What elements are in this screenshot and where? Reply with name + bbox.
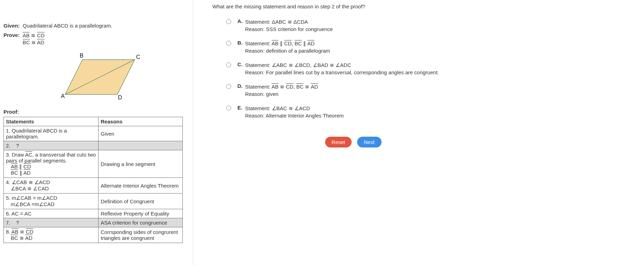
choice-reason: Reason: given (245, 90, 318, 98)
prove-label: Prove: (3, 32, 23, 46)
given-prove-block: Given: Quadrilateral ABCD is a parallelo… (3, 23, 189, 46)
reset-button[interactable]: Reset (325, 137, 351, 147)
choice-d[interactable]: D. Statement: AB ≅ CD, BC ≅ AD Reason: g… (226, 83, 634, 98)
right-panel: What are the missing statement and reaso… (193, 0, 644, 265)
col-reasons: Reasons (99, 117, 183, 126)
table-row: 3. Draw AC, a transversal that cuts two … (4, 150, 183, 178)
reason-3: Drawing a line segment (99, 150, 183, 178)
stmt-4: 4. ∠CAB ≅ ∠ACD ∠BCA ≅ ∠CAD (4, 178, 99, 194)
choice-reason: Reason: Alternate Interior Angles Theore… (245, 112, 344, 119)
question-text: What are the missing statement and reaso… (212, 3, 634, 9)
reason-5: Definition of Congruent (99, 194, 183, 209)
choice-body: Statement: AB ∥ CD, BC ∥ AD Reason: defi… (245, 40, 330, 54)
choice-body: Statement: ΔABC ≅ ΔCDA Reason: SSS crite… (245, 18, 333, 33)
choice-statement: Statement: ∠ABC ≅ ∠BCD, ∠BAD ≅ ∠ADC (245, 61, 439, 69)
left-panel: Given: Quadrilateral ABCD is a parallelo… (0, 0, 193, 265)
proof-heading: Proof: (3, 109, 189, 115)
table-row: 7. ? ASA criterion for congruence (4, 218, 183, 227)
reason-7: ASA criterion for congruence (99, 218, 183, 227)
choice-statement: Statement: AB ≅ CD, BC ≅ AD (245, 83, 318, 90)
stmt-1: 1. Quadrilateral ABCD is a parallelogram… (4, 126, 99, 141)
choice-statement: Statement: ∠BAC ≅ ∠ACD (245, 105, 344, 112)
vertex-b-label: B (80, 53, 84, 59)
col-statements: Statements (4, 117, 99, 126)
choice-letter: A. (237, 18, 245, 24)
parallelogram-svg: A B C D (51, 53, 142, 101)
stmt-7: 7. ? (4, 218, 99, 227)
given-text: Quadrilateral ABCD is a parallelogram. (23, 23, 112, 29)
choice-letter: B. (237, 40, 245, 46)
segment-cd: CD (37, 32, 45, 38)
segment-bc: BC (23, 39, 30, 45)
answer-choices: A. Statement: ΔABC ≅ ΔCDA Reason: SSS cr… (226, 18, 634, 119)
stmt-3: 3. Draw AC, a transversal that cuts two … (4, 150, 99, 178)
table-row: 4. ∠CAB ≅ ∠ACD ∠BCA ≅ ∠CAD Alternate Int… (4, 178, 183, 194)
choice-letter: D. (237, 83, 245, 89)
radio-icon[interactable] (226, 41, 231, 46)
choice-e[interactable]: E. Statement: ∠BAC ≅ ∠ACD Reason: Altern… (226, 105, 634, 119)
segment-ad: AD (37, 39, 44, 45)
reason-8: Corrsponding sides of congrurent triangl… (99, 227, 183, 243)
choice-b[interactable]: B. Statement: AB ∥ CD, BC ∥ AD Reason: d… (226, 40, 634, 54)
radio-icon[interactable] (226, 19, 231, 24)
reason-4: Alternate Interior Angles Theorem (99, 178, 183, 194)
table-row: 8. AB ≅ CD BC ≅ AD Corrsponding sides of… (4, 227, 183, 243)
stmt-8: 8. AB ≅ CD BC ≅ AD (4, 227, 99, 243)
table-row: 5. m∠CAB = m∠ACD m∠BCA =m∠CAD Definition… (4, 194, 183, 209)
stmt-6: 6. AC = AC (4, 209, 99, 218)
vertex-d-label: D (118, 94, 122, 100)
choice-body: Statement: AB ≅ CD, BC ≅ AD Reason: give… (245, 83, 318, 98)
radio-icon[interactable] (226, 62, 231, 67)
stmt-5: 5. m∠CAB = m∠ACD m∠BCA =m∠CAD (4, 194, 99, 209)
table-row: 2. ? (4, 141, 183, 150)
choice-letter: E. (237, 105, 245, 111)
choice-c[interactable]: C. Statement: ∠ABC ≅ ∠BCD, ∠BAD ≅ ∠ADC R… (226, 61, 634, 76)
reason-2 (99, 141, 183, 150)
choice-reason: Reason: SSS criterion for congruence (245, 25, 333, 33)
stmt-2: 2. ? (4, 141, 99, 150)
next-button[interactable]: Next (357, 137, 382, 147)
choice-body: Statement: ∠BAC ≅ ∠ACD Reason: Alternate… (245, 105, 344, 119)
table-row: 6. AC = AC Reflexive Property of Equalit… (4, 209, 183, 218)
choice-body: Statement: ∠ABC ≅ ∠BCD, ∠BAD ≅ ∠ADC Reas… (245, 61, 439, 76)
choice-letter: C. (237, 61, 245, 67)
choice-reason: Reason: For parallel lines cut by a tran… (245, 69, 439, 76)
parallelogram-figure: A B C D (3, 53, 189, 103)
choice-statement: Statement: AB ∥ CD, BC ∥ AD (245, 40, 330, 47)
given-label: Given: (3, 23, 23, 29)
choice-statement: Statement: ΔABC ≅ ΔCDA (245, 18, 333, 25)
vertex-c-label: C (136, 54, 140, 60)
segment-ab: AB (23, 32, 30, 38)
vertex-a-label: A (61, 93, 65, 99)
choice-reason: Reason: definition of a parallelogram (245, 47, 330, 54)
reason-6: Reflexive Property of Equality (99, 209, 183, 218)
prove-text: AB ≅ CD BC ≅ AD (23, 32, 45, 46)
radio-icon[interactable] (226, 106, 231, 111)
button-row: Reset Next (212, 137, 634, 147)
table-row: 1. Quadrilateral ABCD is a parallelogram… (4, 126, 183, 141)
reason-1: Given (99, 126, 183, 141)
radio-icon[interactable] (226, 84, 231, 89)
choice-a[interactable]: A. Statement: ΔABC ≅ ΔCDA Reason: SSS cr… (226, 18, 634, 33)
proof-table: Statements Reasons 1. Quadrilateral ABCD… (3, 117, 183, 243)
